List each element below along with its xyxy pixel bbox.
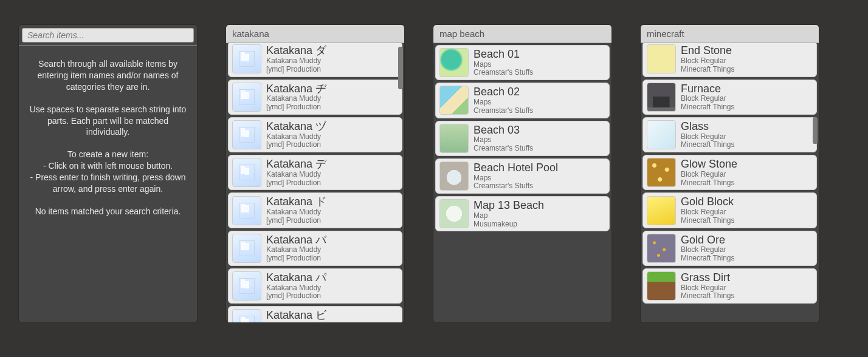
item-source: [ymd] Production xyxy=(266,66,326,74)
item-thumbnail xyxy=(232,83,261,112)
item-title: Gold Block xyxy=(681,195,734,208)
item-title: Katakana ド xyxy=(266,195,326,208)
list-item[interactable]: Katakana ヂKatakana Muddy[ymd] Production xyxy=(228,80,402,115)
item-thumbnail xyxy=(647,234,676,263)
scrollbar-thumb[interactable] xyxy=(398,47,403,89)
item-category: Map xyxy=(474,212,544,220)
item-title: Katakana ダ xyxy=(266,44,326,57)
item-title: Beach 01 xyxy=(474,48,533,61)
item-category: Katakana Muddy xyxy=(266,246,326,254)
item-thumbnail xyxy=(647,271,676,301)
item-category: Block Regular xyxy=(681,284,734,293)
list-item[interactable]: Grass DirtBlock RegularMinecraft Things xyxy=(642,268,817,304)
item-category: Block Regular xyxy=(681,95,734,103)
item-title: Katakana ビ xyxy=(266,309,326,322)
list-item[interactable]: Katakana ビKatakana Muddy[ymd] Production xyxy=(228,306,402,322)
item-title: Gold Ore xyxy=(681,234,734,246)
list-item[interactable]: Beach 03MapsCreamstar's Stuffs xyxy=(435,121,610,156)
item-source: Minecraft Things xyxy=(681,66,734,74)
item-source: Creamstar's Stuffs xyxy=(474,107,533,115)
item-category: Maps xyxy=(474,61,533,69)
item-category: Katakana Muddy xyxy=(266,284,326,293)
item-title: Katakana デ xyxy=(266,158,326,171)
results-list[interactable]: Emerald OreBlock RegularMinecraft Things… xyxy=(641,43,819,322)
item-source: Creamstar's Stuffs xyxy=(474,144,533,153)
list-item[interactable]: GlassBlock RegularMinecraft Things xyxy=(642,117,817,152)
list-item[interactable]: Gold OreBlock RegularMinecraft Things xyxy=(642,231,817,266)
results-list[interactable]: Katakana ゾKatakana Muddy[ymd] Production… xyxy=(226,43,404,322)
scrollbar-thumb[interactable] xyxy=(813,117,818,144)
item-category: Katakana Muddy xyxy=(266,95,326,103)
list-item[interactable]: Katakana デKatakana Muddy[ymd] Production xyxy=(228,155,402,190)
item-title: Beach 02 xyxy=(474,86,533,98)
item-title: Grass Dirt xyxy=(681,271,734,284)
results-panel-katakana: katakana Katakana ゾKatakana Muddy[ymd] P… xyxy=(226,24,405,323)
list-item[interactable]: End StoneBlock RegularMinecraft Things xyxy=(642,43,817,77)
search-input[interactable] xyxy=(22,28,194,42)
item-source: Minecraft Things xyxy=(681,292,734,301)
item-title: Katakana バ xyxy=(266,234,326,246)
list-item[interactable]: Gold BlockBlock RegularMinecraft Things xyxy=(642,192,817,228)
item-thumbnail xyxy=(232,158,261,187)
item-title: Furnace xyxy=(681,83,734,95)
item-source: Minecraft Things xyxy=(681,254,734,263)
item-title: Glow Stone xyxy=(681,158,737,171)
item-title: End Stone xyxy=(681,44,734,57)
help-line: Use spaces to separate search string int… xyxy=(27,104,188,138)
help-line: - Click on it with left mouse button. xyxy=(27,160,188,172)
list-item[interactable]: Katakana パKatakana Muddy[ymd] Production xyxy=(228,268,402,304)
item-source: [ymd] Production xyxy=(266,103,326,112)
item-thumbnail xyxy=(232,196,261,225)
item-source: Minecraft Things xyxy=(681,141,734,149)
list-item[interactable]: Katakana バKatakana Muddy[ymd] Production xyxy=(228,231,402,266)
list-item[interactable]: Beach 02MapsCreamstar's Stuffs xyxy=(435,83,610,118)
item-title: Beach Hotel Pool xyxy=(474,162,558,174)
list-item[interactable]: Glow StoneBlock RegularMinecraft Things xyxy=(642,155,817,190)
item-title: Map 13 Beach xyxy=(474,199,544,212)
item-title: Katakana ヅ xyxy=(266,120,326,133)
search-panel: Search through all available items by en… xyxy=(18,24,198,323)
item-thumbnail xyxy=(647,120,676,149)
item-source: [ymd] Production xyxy=(266,179,326,188)
panel-query[interactable]: katakana xyxy=(226,25,404,43)
item-thumbnail xyxy=(439,124,469,153)
item-source: [ymd] Production xyxy=(266,254,326,263)
help-line: Search through all available items by en… xyxy=(27,58,188,93)
help-line: - Press enter to finish writing, press d… xyxy=(27,172,188,195)
item-title: Katakana ヂ xyxy=(266,83,326,95)
list-item[interactable]: Katakana ダKatakana Muddy[ymd] Production xyxy=(228,43,402,77)
item-thumbnail xyxy=(232,271,261,301)
item-category: Katakana Muddy xyxy=(266,208,326,217)
results-list[interactable]: Beach 01MapsCreamstar's StuffsBeach 02Ma… xyxy=(433,43,611,322)
item-category: Maps xyxy=(474,136,533,144)
panel-query[interactable]: minecraft xyxy=(641,25,819,43)
item-thumbnail xyxy=(647,196,676,225)
panel-query[interactable]: map beach xyxy=(433,25,611,43)
item-category: Katakana Muddy xyxy=(266,171,326,179)
list-item[interactable]: Katakana ヅKatakana Muddy[ymd] Production xyxy=(228,117,402,152)
search-bar xyxy=(19,25,197,46)
item-title: Katakana パ xyxy=(266,271,326,284)
item-source: Creamstar's Stuffs xyxy=(474,69,533,77)
list-item[interactable]: Beach 01MapsCreamstar's Stuffs xyxy=(435,45,610,80)
item-source: Minecraft Things xyxy=(681,103,734,112)
item-thumbnail xyxy=(647,158,676,187)
list-item[interactable]: Map 13 BeachMapMusumakeup xyxy=(435,196,610,231)
item-category: Block Regular xyxy=(681,208,734,217)
item-category: Katakana Muddy xyxy=(266,57,326,66)
help-line: To create a new item: xyxy=(27,149,188,160)
item-category: Block Regular xyxy=(681,171,737,179)
search-help: Search through all available items by en… xyxy=(19,46,197,322)
item-source: [ymd] Production xyxy=(266,141,326,149)
list-item[interactable]: Katakana ドKatakana Muddy[ymd] Production xyxy=(228,192,402,228)
item-thumbnail xyxy=(232,234,261,263)
item-source: [ymd] Production xyxy=(266,217,326,225)
item-thumbnail xyxy=(439,48,469,77)
list-item[interactable]: Beach Hotel PoolMapsCreamstar's Stuffs xyxy=(435,158,610,194)
list-item[interactable]: FurnaceBlock RegularMinecraft Things xyxy=(642,80,817,115)
item-category: Block Regular xyxy=(681,133,734,141)
results-panel-minecraft: minecraft Emerald OreBlock RegularMinecr… xyxy=(640,24,819,323)
item-thumbnail xyxy=(232,309,261,322)
item-source: Musumakeup xyxy=(474,220,544,229)
item-title: Glass xyxy=(681,120,734,133)
